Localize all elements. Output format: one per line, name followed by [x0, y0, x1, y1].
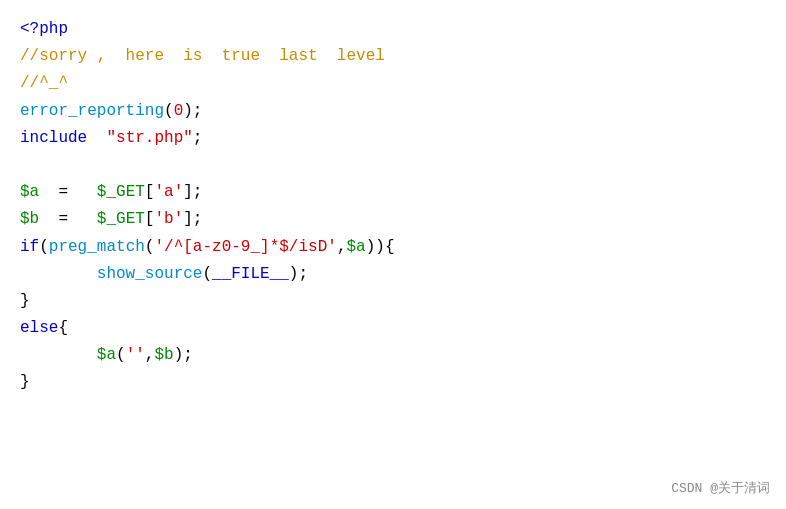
line-14: } [20, 369, 766, 396]
line-6 [20, 152, 766, 179]
line-12: else{ [20, 315, 766, 342]
line-4: error_reporting(0); [20, 98, 766, 125]
line-2: //sorry , here is true last level [20, 43, 766, 70]
code-block: <?php //sorry , here is true last level … [0, 0, 786, 413]
line-13: $a('',$b); [20, 342, 766, 369]
line-1: <?php [20, 16, 766, 43]
watermark: CSDN @关于清词 [671, 479, 770, 497]
line-8: $b = $_GET['b']; [20, 206, 766, 233]
line-11: } [20, 288, 766, 315]
line-10: show_source(__FILE__); [20, 261, 766, 288]
line-5: include "str.php"; [20, 125, 766, 152]
line-7: $a = $_GET['a']; [20, 179, 766, 206]
line-9: if(preg_match('/^[a-z0-9_]*$/isD',$a)){ [20, 234, 766, 261]
line-3: //^_^ [20, 70, 766, 97]
